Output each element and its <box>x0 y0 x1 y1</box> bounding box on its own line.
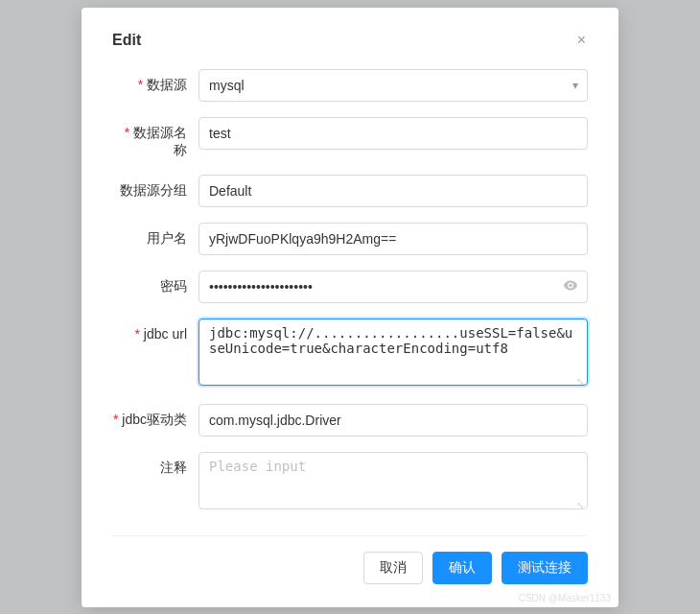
datasource-select-wrap: mysql postgresql oracle ▾ <box>198 69 588 102</box>
jdbc-url-input[interactable]: jdbc:mysql://..................useSSL=fa… <box>198 319 588 386</box>
modal-header: Edit × <box>112 31 588 50</box>
comment-label: 注释 <box>112 452 198 477</box>
jdbc-driver-input[interactable] <box>198 404 588 437</box>
username-wrap <box>198 223 588 255</box>
jdbc-url-row: jdbc url jdbc:mysql://..................… <box>112 319 588 389</box>
cancel-button[interactable]: 取消 <box>363 552 423 584</box>
datasource-name-wrap <box>198 117 588 150</box>
datasource-label: 数据源 <box>112 69 198 94</box>
datasource-select[interactable]: mysql postgresql oracle <box>198 69 588 102</box>
password-input[interactable] <box>198 271 588 303</box>
datasource-group-label: 数据源分组 <box>112 175 198 200</box>
datasource-group-wrap <box>198 175 588 207</box>
comment-row: 注释 ⤡ <box>112 452 588 512</box>
jdbc-url-wrap: jdbc:mysql://..................useSSL=fa… <box>198 319 588 389</box>
username-input[interactable] <box>198 223 588 255</box>
comment-wrap: ⤡ <box>198 452 588 512</box>
test-connection-button[interactable]: 测试连接 <box>502 552 588 584</box>
modal-title: Edit <box>112 32 141 49</box>
password-row: 密码 <box>112 271 588 303</box>
resize-handle-comment-icon: ⤡ <box>576 501 586 510</box>
username-row: 用户名 <box>112 223 588 255</box>
password-label: 密码 <box>112 271 198 295</box>
eye-icon[interactable] <box>563 277 578 295</box>
comment-input[interactable] <box>198 452 588 509</box>
watermark: CSDN @Masker1133 <box>519 593 611 603</box>
datasource-row: 数据源 mysql postgresql oracle ▾ <box>112 69 588 102</box>
password-wrap <box>198 271 588 303</box>
modal-overlay: Edit × 数据源 mysql postgresql oracle ▾ 数据源… <box>0 0 700 614</box>
close-button[interactable]: × <box>575 31 588 50</box>
jdbc-driver-label: jdbc驱动类 <box>112 404 198 429</box>
datasource-group-input[interactable] <box>198 175 588 207</box>
confirm-button[interactable]: 确认 <box>432 552 492 584</box>
edit-modal: Edit × 数据源 mysql postgresql oracle ▾ 数据源… <box>82 8 618 607</box>
datasource-name-row: 数据源名称 <box>112 117 588 159</box>
datasource-name-label: 数据源名称 <box>112 117 198 159</box>
jdbc-url-label: jdbc url <box>112 319 198 342</box>
jdbc-driver-row: jdbc驱动类 <box>112 404 588 437</box>
resize-handle-icon: ⤡ <box>576 377 586 387</box>
username-label: 用户名 <box>112 223 198 248</box>
datasource-group-row: 数据源分组 <box>112 175 588 207</box>
jdbc-driver-wrap <box>198 404 588 437</box>
modal-footer: 取消 确认 测试连接 <box>112 535 588 584</box>
datasource-name-input[interactable] <box>198 117 588 150</box>
